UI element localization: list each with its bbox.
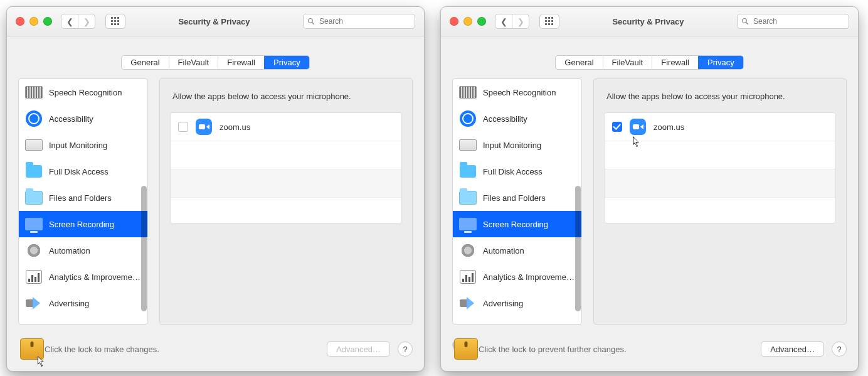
nav-back-button[interactable]: ❮ xyxy=(495,14,512,28)
sidebar-item-advertising[interactable]: Advertising xyxy=(453,290,581,316)
app-checkbox[interactable] xyxy=(612,122,622,132)
sidebar-item-label: Full Disk Access xyxy=(483,167,542,176)
nav-back-button[interactable]: ❮ xyxy=(61,14,78,28)
svg-line-1 xyxy=(312,23,314,24)
sidebar-item-input-monitoring[interactable]: Input Monitoring xyxy=(19,132,147,158)
advanced-button: Advanced… xyxy=(327,341,390,357)
tab-firewall[interactable]: Firewall xyxy=(652,56,698,69)
show-all-button[interactable] xyxy=(539,14,559,29)
footer: Click the lock to make changes.Advanced…… xyxy=(7,331,424,371)
app-icon xyxy=(630,119,646,135)
preferences-window: ❮❯Security & PrivacyGeneralFileVaultFire… xyxy=(6,6,425,372)
sidebar-item-label: Analytics & Improveme… xyxy=(483,272,574,282)
sidebar-item-label: Accessibility xyxy=(483,114,527,124)
tab-privacy[interactable]: Privacy xyxy=(264,56,309,69)
tab-general[interactable]: General xyxy=(122,56,168,69)
search-field[interactable] xyxy=(737,14,849,29)
sidebar-item-label: Advertising xyxy=(49,299,89,308)
sidebar-item-screen-recording[interactable]: Screen Recording xyxy=(19,211,147,237)
close-window-button[interactable] xyxy=(16,17,24,26)
sidebar-item-analytics-improveme[interactable]: Analytics & Improveme… xyxy=(453,264,581,290)
sidebar-item-label: Automation xyxy=(49,246,90,255)
nav-forward-button: ❯ xyxy=(78,14,95,28)
close-window-button[interactable] xyxy=(450,17,458,26)
titlebar: ❮❯Security & Privacy xyxy=(441,7,858,36)
minimize-window-button[interactable] xyxy=(29,17,38,26)
sidebar-item-automation[interactable]: Automation xyxy=(19,237,147,264)
search-input[interactable] xyxy=(752,16,849,26)
search-icon xyxy=(307,18,315,25)
footer: Click the lock to prevent further change… xyxy=(441,331,858,371)
tab-filevault[interactable]: FileVault xyxy=(169,56,218,69)
show-all-button[interactable] xyxy=(105,14,125,29)
tab-filevault[interactable]: FileVault xyxy=(603,56,652,69)
sidebar-item-label: Screen Recording xyxy=(49,220,114,229)
tab-general[interactable]: General xyxy=(556,56,602,69)
sidebar-item-accessibility[interactable]: Accessibility xyxy=(19,105,147,132)
tab-bar: GeneralFileVaultFirewallPrivacy xyxy=(7,36,424,78)
sidebar-item-label: Advertising xyxy=(483,299,523,308)
sidebar-item-input-monitoring[interactable]: Input Monitoring xyxy=(453,132,581,158)
app-row: zoom.us xyxy=(171,113,401,141)
app-name: zoom.us xyxy=(654,122,684,132)
svg-line-3 xyxy=(746,23,748,24)
window-title: Security & Privacy xyxy=(564,17,732,26)
sidebar-item-speech-recognition[interactable]: Speech Recognition xyxy=(453,79,581,105)
search-field[interactable] xyxy=(303,14,415,29)
sidebar-item-full-disk-access[interactable]: Full Disk Access xyxy=(453,158,581,185)
sidebar-item-label: Input Monitoring xyxy=(49,141,107,150)
sidebar-item-label: Speech Recognition xyxy=(483,88,556,97)
lock-message: Click the lock to prevent further change… xyxy=(479,345,627,354)
sidebar-item-analytics-improveme[interactable]: Analytics & Improveme… xyxy=(19,264,147,290)
preferences-window: ❮❯Security & PrivacyGeneralFileVaultFire… xyxy=(440,6,859,372)
sidebar-item-label: Automation xyxy=(483,246,524,255)
sidebar-item-label: Speech Recognition xyxy=(49,88,122,97)
tab-bar: GeneralFileVaultFirewallPrivacy xyxy=(441,36,858,78)
lock-message: Click the lock to make changes. xyxy=(45,345,159,354)
privacy-sidebar[interactable]: Speech RecognitionAccessibilityInput Mon… xyxy=(18,78,148,325)
app-list: zoom.us xyxy=(170,112,402,223)
body: Speech RecognitionAccessibilityInput Mon… xyxy=(441,78,858,333)
sidebar-item-files-and-folders[interactable]: Files and Folders xyxy=(19,185,147,211)
content-panel: Allow the apps below to access your micr… xyxy=(159,78,413,325)
tab-firewall[interactable]: Firewall xyxy=(218,56,264,69)
app-list: zoom.us xyxy=(604,112,836,223)
search-input[interactable] xyxy=(318,16,415,26)
zoom-window-button[interactable] xyxy=(477,17,486,26)
scrollbar-thumb[interactable] xyxy=(141,186,147,311)
lock-button[interactable] xyxy=(452,338,471,360)
sidebar-item-label: Accessibility xyxy=(49,114,93,124)
window-title: Security & Privacy xyxy=(130,17,298,26)
privacy-sidebar[interactable]: Speech RecognitionAccessibilityInput Mon… xyxy=(452,78,582,325)
advanced-button[interactable]: Advanced… xyxy=(761,341,824,357)
app-checkbox[interactable] xyxy=(178,122,188,132)
sidebar-item-full-disk-access[interactable]: Full Disk Access xyxy=(19,158,147,185)
app-row: zoom.us xyxy=(605,113,835,141)
help-button[interactable]: ? xyxy=(832,341,847,357)
lock-button[interactable] xyxy=(18,338,37,360)
sidebar-item-label: Screen Recording xyxy=(483,220,548,229)
scrollbar-thumb[interactable] xyxy=(575,186,581,311)
nav-forward-button: ❯ xyxy=(512,14,529,28)
sidebar-item-label: Full Disk Access xyxy=(49,167,109,176)
sidebar-item-speech-recognition[interactable]: Speech Recognition xyxy=(19,79,147,105)
sidebar-item-label: Input Monitoring xyxy=(483,141,541,150)
titlebar: ❮❯Security & Privacy xyxy=(7,7,424,36)
zoom-window-button[interactable] xyxy=(43,17,52,26)
sidebar-item-files-and-folders[interactable]: Files and Folders xyxy=(453,185,581,211)
sidebar-item-screen-recording[interactable]: Screen Recording xyxy=(453,211,581,237)
search-icon xyxy=(741,18,749,25)
app-name: zoom.us xyxy=(220,122,250,132)
help-button[interactable]: ? xyxy=(398,341,413,357)
sidebar-item-automation[interactable]: Automation xyxy=(453,237,581,264)
sidebar-item-advertising[interactable]: Advertising xyxy=(19,290,147,316)
sidebar-item-label: Files and Folders xyxy=(49,193,112,203)
permission-prompt: Allow the apps below to access your micr… xyxy=(172,92,400,101)
body: Speech RecognitionAccessibilityInput Mon… xyxy=(7,78,424,333)
minimize-window-button[interactable] xyxy=(463,17,472,26)
tab-privacy[interactable]: Privacy xyxy=(698,56,743,69)
app-icon xyxy=(196,119,212,135)
sidebar-item-accessibility[interactable]: Accessibility xyxy=(453,105,581,132)
content-panel: Allow the apps below to access your micr… xyxy=(593,78,847,325)
sidebar-item-label: Analytics & Improveme… xyxy=(49,272,140,282)
